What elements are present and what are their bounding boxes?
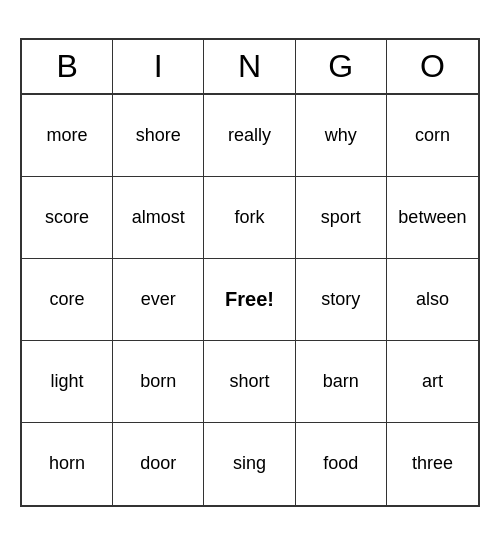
header-letter-b: B	[22, 40, 113, 93]
bingo-cell-2-4: also	[387, 259, 478, 341]
header-letter-n: N	[204, 40, 295, 93]
bingo-cell-0-1: shore	[113, 95, 204, 177]
bingo-cell-2-1: ever	[113, 259, 204, 341]
bingo-cell-2-3: story	[296, 259, 387, 341]
bingo-grid: moreshorereallywhycornscorealmostforkspo…	[22, 95, 478, 505]
bingo-cell-2-0: core	[22, 259, 113, 341]
bingo-cell-1-0: score	[22, 177, 113, 259]
bingo-cell-4-1: door	[113, 423, 204, 505]
bingo-cell-4-0: horn	[22, 423, 113, 505]
bingo-card: BINGO moreshorereallywhycornscorealmostf…	[20, 38, 480, 507]
bingo-cell-0-4: corn	[387, 95, 478, 177]
bingo-cell-4-4: three	[387, 423, 478, 505]
header-letter-o: O	[387, 40, 478, 93]
bingo-cell-1-2: fork	[204, 177, 295, 259]
bingo-cell-2-2: Free!	[204, 259, 295, 341]
bingo-cell-3-0: light	[22, 341, 113, 423]
bingo-header: BINGO	[22, 40, 478, 95]
bingo-cell-1-4: between	[387, 177, 478, 259]
bingo-cell-4-2: sing	[204, 423, 295, 505]
bingo-cell-3-2: short	[204, 341, 295, 423]
bingo-cell-0-3: why	[296, 95, 387, 177]
bingo-cell-3-3: barn	[296, 341, 387, 423]
bingo-cell-3-4: art	[387, 341, 478, 423]
bingo-cell-1-1: almost	[113, 177, 204, 259]
header-letter-g: G	[296, 40, 387, 93]
bingo-cell-0-0: more	[22, 95, 113, 177]
header-letter-i: I	[113, 40, 204, 93]
bingo-cell-3-1: born	[113, 341, 204, 423]
bingo-cell-1-3: sport	[296, 177, 387, 259]
bingo-cell-4-3: food	[296, 423, 387, 505]
bingo-cell-0-2: really	[204, 95, 295, 177]
